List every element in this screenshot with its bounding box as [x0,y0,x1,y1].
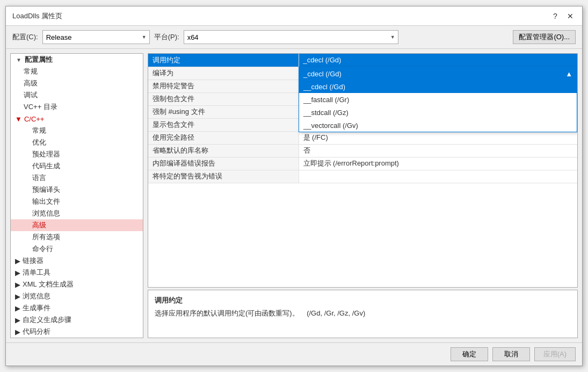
code-analysis-expand-icon: ▶ [15,328,20,336]
tree-group-manifest[interactable]: ▶ 清单工具 [11,267,143,278]
cpp-optimize-label: 优化 [32,138,46,147]
platform-label: 平台(P): [154,32,179,42]
cpp-preproc-label: 预处理器 [32,149,60,159]
tree-item-advanced[interactable]: 高级 [11,77,143,89]
custom-build-expand-icon: ▶ [15,316,20,324]
prop-name: 显示包含文件 [148,118,299,131]
tree-item-debug[interactable]: 调试 [11,89,143,101]
tree-item-general-label: 常规 [24,67,38,76]
dropdown-chevron-icon: ▲ [565,70,572,78]
tree-item-general[interactable]: 常规 [11,66,143,77]
props-header-value-text: _cdecl (/Gd) [303,56,342,64]
prop-name: 编译为 [148,67,299,80]
dropdown-item-stdcall[interactable]: __stdcall (/Gz) [299,106,577,119]
table-row[interactable]: 将特定的警告视为错误 [148,170,577,183]
xml-expand-icon: ▶ [15,281,20,289]
info-title: 调用约定 [155,296,571,305]
main-content: ▼ 配置属性 常规 高级 调试 VC++ 目录 ▼ C/C++ 常规 [6,49,582,342]
props-area: 调用约定 _cdecl (/Gd) 编译为 禁用特定警告 [148,53,578,288]
tree-item-cpp-codegen[interactable]: 代码生成 [11,160,143,172]
config-select[interactable]: Release [42,30,150,44]
right-panel: 调用约定 _cdecl (/Gd) 编译为 禁用特定警告 [148,53,578,338]
tree-group-xml[interactable]: ▶ XML 文档生成器 [11,278,143,290]
info-options [301,309,304,317]
cpp-general-label: 常规 [32,126,46,135]
prop-name: 将特定的警告视为错误 [148,170,299,183]
dropdown-header: _cdecl (/Gd) ▲ [299,67,577,80]
cpp-cmdline-label: 命令行 [32,244,53,254]
tree-group-custom-build[interactable]: ▶ 自定义生成步骤 [11,314,143,326]
tree-item-cpp-preproc[interactable]: 预处理器 [11,148,143,160]
cpp-advanced-label: 高级 [32,220,46,230]
tree-item-debug-label: 调试 [24,90,38,100]
tree-group-browse[interactable]: ▶ 浏览信息 [11,290,143,302]
cpp-pch-label: 预编译头 [32,185,60,195]
tree-item-cpp-output[interactable]: 输出文件 [11,196,143,208]
tree-item-cpp-optimize[interactable]: 优化 [11,137,143,148]
info-panel: 调用约定 选择应用程序的默认调用约定(可由函数重写)。 (/Gd, /Gr, /… [148,290,578,338]
tree-group-code-analysis[interactable]: ▶ 代码分析 [11,326,143,338]
prop-value: 否 [299,144,577,157]
dropdown-selected-text: _cdecl (/Gd) [303,70,342,78]
manifest-expand-icon: ▶ [15,269,20,277]
prop-name: 使用完全路径 [148,131,299,144]
dropdown-item-stdcall-label: __stdcall (/Gz) [303,109,349,117]
table-row[interactable]: 内部编译器错误报告 立即提示 (/errorReport:prompt) [148,157,577,170]
props-header-name: 调用约定 [148,54,299,67]
dropdown-item-cdecl-label: __cdecl (/Gd) [303,83,345,91]
build-events-expand-icon: ▶ [15,304,20,312]
dropdown-item-cdecl[interactable]: __cdecl (/Gd) [299,80,577,93]
cpp-all-label: 所有选项 [32,232,60,242]
dropdown-item-fastcall[interactable]: __fastcall (/Gr) [299,93,577,106]
tree-item-advanced-label: 高级 [24,78,38,88]
table-row[interactable]: 使用完全路径 是 (/FC) [148,131,577,144]
cpp-expand-icon: ▼ [15,115,22,123]
apply-button[interactable]: 应用(A) [534,347,576,361]
tree-item-vcpp[interactable]: VC++ 目录 [11,101,143,113]
browse-expand-icon: ▶ [15,292,20,301]
tree-root[interactable]: ▼ 配置属性 [11,54,143,66]
prop-name: 禁用特定警告 [148,80,299,92]
prop-name: 内部编译器错误报告 [148,157,299,170]
config-select-wrapper: Release [42,30,150,44]
tree-group-linker[interactable]: ▶ 链接器 [11,255,143,267]
help-button[interactable]: ? [550,11,561,22]
close-button[interactable]: ✕ [565,11,576,22]
dropdown-item-fastcall-label: __fastcall (/Gr) [303,96,349,104]
tree-group-cpp-label: C/C++ [24,115,45,123]
tree-item-cpp-lang[interactable]: 语言 [11,172,143,184]
tree-group-manifest-label: 清单工具 [23,268,50,277]
dialog: LoadDlls 属性页 ? ✕ 配置(C): Release 平台(P): x… [5,6,583,366]
tree-group-build-events[interactable]: ▶ 生成事件 [11,302,143,314]
tree-item-cpp-browse[interactable]: 浏览信息 [11,208,143,219]
tree-root-label: 配置属性 [25,55,53,65]
tree-item-vcpp-label: VC++ 目录 [24,102,57,112]
tree-item-cpp-all[interactable]: 所有选项 [11,231,143,243]
cpp-output-label: 输出文件 [32,197,60,206]
tree-item-cpp-cmdline[interactable]: 命令行 [11,243,143,255]
platform-select-wrapper: x64 [184,30,398,44]
config-label: 配置(C): [12,32,38,42]
tree-item-cpp-general[interactable]: 常规 [11,125,143,137]
tree-group-xml-label: XML 文档生成器 [23,280,74,289]
tree-group-custom-build-label: 自定义生成步骤 [23,315,71,325]
platform-select[interactable]: x64 [184,30,398,44]
tree-group-browse-label: 浏览信息 [23,291,50,301]
tree-group-linker-label: 链接器 [23,256,43,266]
info-desc-text: 选择应用程序的默认调用约定(可由函数重写)。 [155,309,299,317]
prop-value: 立即提示 (/errorReport:prompt) [299,157,577,170]
cancel-button[interactable]: 取消 [492,347,530,361]
prop-value [299,170,577,183]
dropdown-item-vectorcall[interactable]: __vectorcall (/Gv) [299,119,577,132]
ok-button[interactable]: 确定 [451,347,488,361]
prop-name: 强制包含文件 [148,92,299,105]
tree-item-cpp-pch[interactable]: 预编译头 [11,184,143,196]
props-header-row[interactable]: 调用约定 _cdecl (/Gd) [148,54,577,67]
dropdown-item-vectorcall-label: __vectorcall (/Gv) [303,121,358,130]
manage-config-button[interactable]: 配置管理器(O)... [513,30,576,44]
tree-group-cpp[interactable]: ▼ C/C++ [11,113,143,125]
title-bar: LoadDlls 属性页 ? ✕ [6,6,582,26]
prop-name: 强制 #using 文件 [148,105,299,118]
tree-item-cpp-advanced[interactable]: 高级 [11,219,143,231]
table-row[interactable]: 省略默认的库名称 否 [148,144,577,157]
